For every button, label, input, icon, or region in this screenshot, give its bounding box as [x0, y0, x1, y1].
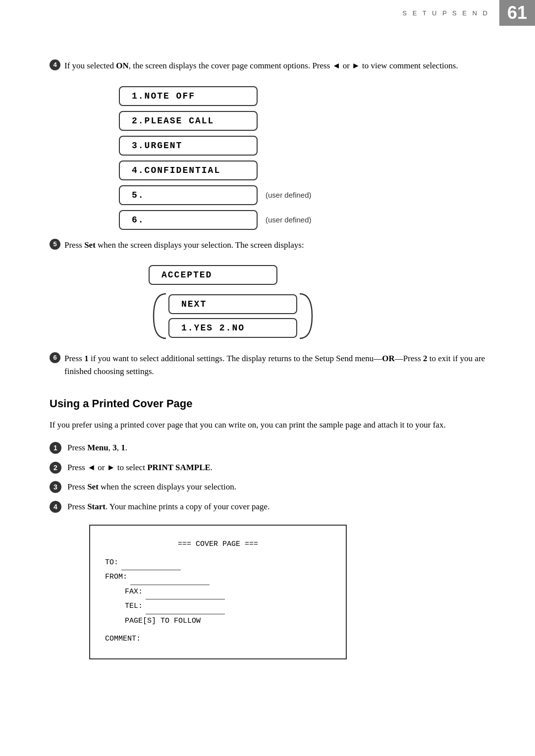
step-6-number: 6 [50, 352, 60, 363]
cover-page-sample: === COVER PAGE === TO: FROM: FAX: TEL: P… [89, 525, 347, 659]
menu-options: 1.NOTE OFF 2.PLEASE CALL 3.URGENT 4.CONF… [119, 86, 495, 230]
printed-step-4-icon: 4 [50, 501, 61, 513]
menu-box-6: 6. [119, 210, 258, 230]
next-yes-boxes: NEXT 1.YES 2.NO [168, 294, 297, 338]
section-title: Using a Printed Cover Page [50, 397, 495, 410]
user-defined-6: (user defined) [266, 216, 312, 224]
printed-step-4: 4 Press Start. Your machine prints a cop… [50, 500, 495, 513]
yes-no-box: 1.YES 2.NO [168, 318, 297, 338]
printed-step-4-text: Press Start. Your machine prints a copy … [67, 500, 269, 513]
user-defined-5: (user defined) [266, 191, 312, 199]
cover-fax-label: FAX: [125, 585, 143, 599]
printed-steps: 1 Press Menu, 3, 1. 2 Press ◄ or ► to se… [50, 441, 495, 513]
cover-from-line: FROM: [105, 570, 331, 585]
printed-step-1-icon: 1 [50, 442, 61, 454]
cover-pages-line: PAGE[S] TO FOLLOW [125, 614, 331, 629]
cover-tel-label: TEL: [125, 599, 143, 614]
menu-item-6: 6. (user defined) [119, 210, 312, 230]
cover-from-label: FROM: [105, 570, 127, 585]
cover-comment-line: COMMENT: [105, 632, 331, 647]
cover-to-line: TO: [105, 556, 331, 571]
cover-from-underline [130, 570, 210, 585]
step-5-number: 5 [50, 239, 60, 250]
cover-page-title: === COVER PAGE === [105, 538, 331, 552]
printed-step-2-icon: 2 [50, 462, 61, 474]
cover-to-underline [121, 556, 181, 571]
step-5-text: Press Set when the screen displays your … [64, 239, 495, 252]
right-bracket-icon [297, 289, 317, 343]
page-number: 61 [499, 0, 535, 26]
menu-box-4: 4.CONFIDENTIAL [119, 161, 258, 180]
step-4: 4 If you selected ON, the screen display… [50, 59, 495, 72]
header-label: S E T U P S E N D [402, 9, 499, 17]
cover-comment-label: COMMENT: [105, 635, 141, 643]
cover-fax-underline [146, 585, 225, 600]
cover-to-label: TO: [105, 556, 118, 570]
cover-fax-line: FAX: TEL: PAGE[S] TO FOLLOW [105, 585, 331, 629]
printed-step-1: 1 Press Menu, 3, 1. [50, 441, 495, 454]
printed-step-1-text: Press Menu, 3, 1. [67, 441, 127, 454]
step-4-number: 4 [50, 59, 60, 70]
step-6: 6 Press 1 if you want to select addition… [50, 352, 495, 378]
menu-item-4: 4.CONFIDENTIAL [119, 161, 258, 180]
accepted-group: ACCEPTED NEXT 1.YES 2.NO [149, 265, 495, 343]
menu-item-5: 5. (user defined) [119, 185, 312, 205]
cover-tel-underline [146, 599, 225, 614]
printed-step-2-text: Press ◄ or ► to select PRINT SAMPLE. [67, 461, 213, 474]
bracket-container: NEXT 1.YES 2.NO [149, 289, 317, 343]
header: S E T U P S E N D 61 [402, 0, 535, 26]
printed-step-2: 2 Press ◄ or ► to select PRINT SAMPLE. [50, 461, 495, 474]
section-body: If you prefer using a printed cover page… [50, 418, 495, 432]
menu-box-3: 3.URGENT [119, 136, 258, 156]
menu-box-2: 2.PLEASE CALL [119, 111, 258, 131]
menu-item-3: 3.URGENT [119, 136, 258, 156]
menu-box-1: 1.NOTE OFF [119, 86, 258, 106]
page: S E T U P S E N D 61 4 If you selected O… [0, 0, 535, 756]
left-bracket-icon [149, 289, 168, 343]
main-content: 4 If you selected ON, the screen display… [50, 59, 495, 659]
menu-item-1: 1.NOTE OFF [119, 86, 258, 106]
step-6-text: Press 1 if you want to select additional… [64, 352, 495, 378]
printed-step-3: 3 Press Set when the screen displays you… [50, 481, 495, 493]
printed-step-3-text: Press Set when the screen displays your … [67, 481, 236, 493]
accepted-box: ACCEPTED [149, 265, 277, 285]
menu-box-5: 5. [119, 185, 258, 205]
cover-tel-line: TEL: [125, 599, 331, 614]
step-5: 5 Press Set when the screen displays you… [50, 239, 495, 252]
printed-step-3-icon: 3 [50, 481, 61, 493]
next-box: NEXT [168, 294, 297, 314]
menu-item-2: 2.PLEASE CALL [119, 111, 258, 131]
step-4-text: If you selected ON, the screen displays … [64, 59, 495, 72]
